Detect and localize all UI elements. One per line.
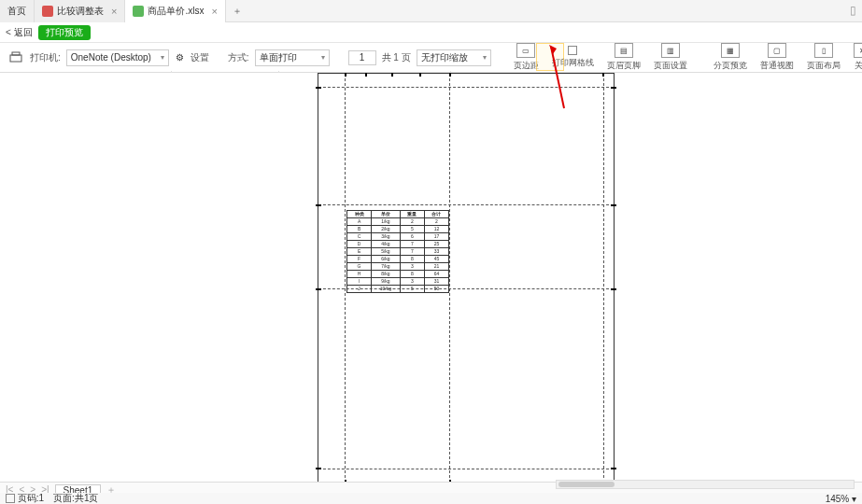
- table-row: F6/kg845: [347, 256, 449, 263]
- zoom-display[interactable]: 145% ▾: [826, 494, 856, 504]
- print-preview-area: 种类单价重量合计 A1/kg22B2/kg512C3/kg617D4/kg725…: [0, 73, 862, 483]
- table-cell: E: [347, 248, 372, 256]
- table-cell: A: [347, 218, 372, 226]
- table-row: A1/kg22: [347, 218, 449, 226]
- table-cell: 8/kg: [372, 271, 401, 278]
- table-cell: 7: [400, 248, 424, 256]
- close-button[interactable]: ✕关闭: [850, 43, 862, 72]
- page-setup-button[interactable]: ▥页面设置: [650, 43, 691, 72]
- table-cell: 5: [400, 226, 424, 233]
- close-icon[interactable]: ×: [111, 6, 117, 17]
- table-cell: H: [347, 271, 372, 278]
- settings-icon[interactable]: ⚙: [175, 49, 185, 66]
- table-cell: 31: [424, 278, 448, 286]
- method-select[interactable]: 单面打印▾: [255, 49, 330, 66]
- document-tab-bar: 首页 比较调整表 × 商品单价.xlsx × ＋ ▯: [0, 0, 862, 22]
- table-cell: G: [347, 263, 372, 271]
- table-cell: 64: [424, 271, 448, 278]
- table-cell: 33: [424, 248, 448, 256]
- checkbox-icon[interactable]: [6, 494, 15, 503]
- table-header: 合计: [424, 211, 448, 218]
- method-label: 方式:: [228, 51, 249, 64]
- table-row: E5/kg733: [347, 248, 449, 256]
- table-cell: D: [347, 241, 372, 248]
- table-row: G7/kg321: [347, 263, 449, 271]
- chevron-down-icon: ▾: [321, 53, 325, 62]
- highlight-annotation: [536, 43, 564, 71]
- print-icon[interactable]: [7, 49, 24, 66]
- mode-pill: 打印预览: [38, 25, 91, 40]
- tab-home[interactable]: 首页: [0, 0, 35, 22]
- close-icon[interactable]: ×: [211, 6, 217, 17]
- tab-label: 商品单价.xlsx: [148, 5, 204, 18]
- table-header: 单价: [372, 211, 401, 218]
- table-cell: 3: [400, 263, 424, 271]
- menu-icon[interactable]: ▯: [850, 4, 856, 17]
- data-table: 种类单价重量合计 A1/kg22B2/kg512C3/kg617D4/kg725…: [346, 210, 449, 293]
- back-button[interactable]: < 返回: [6, 26, 33, 39]
- scale-mode-select[interactable]: 无打印缩放▾: [417, 49, 491, 66]
- chevron-down-icon: ▾: [483, 53, 487, 62]
- horizontal-scrollbar[interactable]: [556, 480, 855, 489]
- table-cell: 21: [424, 263, 448, 271]
- table-cell: B: [347, 226, 372, 233]
- table-row: C3/kg617: [347, 233, 449, 241]
- xls-icon: [133, 6, 144, 17]
- table-row: B2/kg512: [347, 226, 449, 233]
- table-cell: 8: [400, 256, 424, 263]
- table-cell: F: [347, 256, 372, 263]
- tab-label: 首页: [7, 5, 26, 18]
- tab-current-file[interactable]: 商品单价.xlsx ×: [125, 0, 225, 22]
- print-toolbar: 打印机: OneNote (Desktop)▾ ⚙ 设置 方式: 单面打印▾ 共…: [0, 43, 862, 73]
- header-footer-button[interactable]: ▤页眉页脚: [603, 43, 644, 72]
- table-row: D4/kg725: [347, 241, 449, 248]
- doc-icon: [42, 6, 53, 17]
- table-cell: 12: [424, 226, 448, 233]
- table-cell: 2: [400, 218, 424, 226]
- status-bar: 页码:1 页面:共1页 145% ▾: [0, 493, 862, 504]
- table-cell: 3: [400, 278, 424, 286]
- table-cell: 50: [424, 286, 448, 293]
- table-cell: 5/kg: [372, 248, 401, 256]
- table-row: H8/kg864: [347, 271, 449, 278]
- nav-row: < 返回 打印预览: [0, 22, 862, 43]
- table-cell: 2: [424, 218, 448, 226]
- table-cell: 9/kg: [372, 278, 401, 286]
- table-row: I9/kg331: [347, 278, 449, 286]
- tab-label: 比较调整表: [57, 5, 104, 18]
- printer-label: 打印机:: [30, 51, 61, 64]
- table-header: 重量: [400, 211, 424, 218]
- status-page-info: 页码:1 页面:共1页: [18, 493, 99, 503]
- table-cell: 4/kg: [372, 241, 401, 248]
- table-cell: 17: [424, 233, 448, 241]
- page-break-button[interactable]: ▦分页预览: [710, 43, 751, 72]
- table-cell: 6/kg: [372, 256, 401, 263]
- settings-label: 设置: [191, 51, 209, 64]
- table-header: 种类: [347, 211, 372, 218]
- table-cell: 7: [400, 241, 424, 248]
- svg-rect-1: [12, 52, 20, 55]
- table-cell: 10/kg: [372, 286, 401, 293]
- table-cell: 25: [424, 241, 448, 248]
- svg-rect-0: [10, 55, 21, 62]
- page-preview: 种类单价重量合计 A1/kg22B2/kg512C3/kg617D4/kg725…: [318, 73, 615, 483]
- table-cell: 45: [424, 256, 448, 263]
- tab-add-button[interactable]: ＋: [226, 5, 248, 18]
- table-cell: J: [347, 286, 372, 293]
- page-number-input[interactable]: [348, 50, 376, 65]
- table-cell: 7/kg: [372, 263, 401, 271]
- table-cell: C: [347, 233, 372, 241]
- checkbox-icon: [568, 46, 577, 55]
- table-cell: 8: [400, 271, 424, 278]
- page-total: 共 1 页: [382, 51, 411, 64]
- tab-compare[interactable]: 比较调整表 ×: [35, 0, 125, 22]
- table-cell: 1/kg: [372, 218, 401, 226]
- table-cell: 2/kg: [372, 226, 401, 233]
- normal-view-button[interactable]: ▢普通视图: [756, 43, 798, 72]
- printer-select[interactable]: OneNote (Desktop)▾: [66, 49, 169, 66]
- chevron-down-icon: ▾: [161, 53, 164, 62]
- table-cell: 6: [400, 233, 424, 241]
- page-layout-button[interactable]: ▯页面布局: [803, 43, 844, 72]
- scrollbar-thumb[interactable]: [558, 482, 615, 487]
- table-cell: 3/kg: [372, 233, 401, 241]
